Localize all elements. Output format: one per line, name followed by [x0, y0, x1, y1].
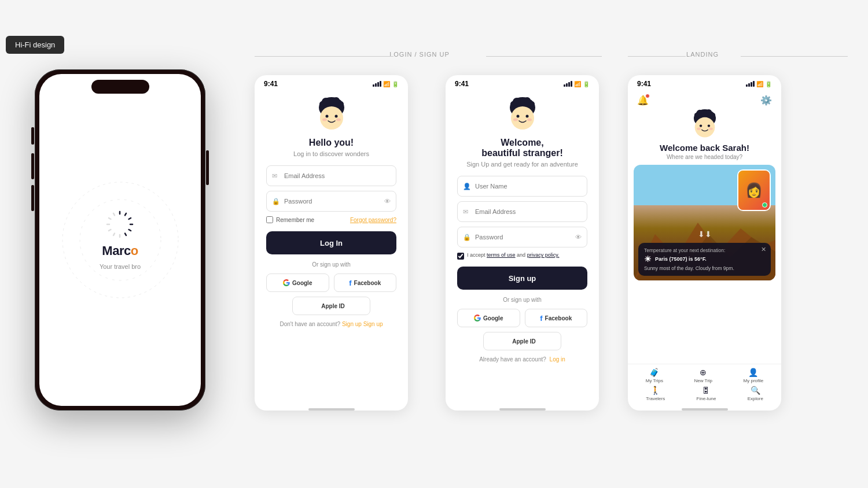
nav-new-trip[interactable]: ⊕ New Trip [694, 368, 712, 383]
terms-checkbox[interactable] [457, 253, 464, 260]
login-social-row: Google f Facebook [266, 273, 396, 292]
google-button[interactable]: Google [266, 273, 329, 292]
landing-signal-bar-3 [751, 82, 752, 87]
settings-button[interactable]: ⚙️ [760, 95, 772, 106]
signup-social-row: Google f Facebook [457, 309, 587, 327]
privacy-policy-link[interactable]: privacy policy. [527, 252, 560, 258]
fine-tune-label: Fine-tune [697, 396, 716, 401]
login-or-divider: Or sign up with [266, 261, 396, 268]
notification-dot [645, 94, 650, 98]
signup-email-input[interactable] [457, 201, 587, 222]
signup-screen: 9:41 📶 🔋 [446, 75, 599, 411]
forgot-password-link[interactable]: Forgot password? [350, 217, 396, 223]
login-button[interactable]: Log In [266, 231, 396, 254]
nav-my-profile[interactable]: 👤 My profile [744, 368, 764, 383]
svg-point-32 [513, 119, 518, 121]
phone-vol3 [31, 185, 34, 211]
login-screen: 9:41 📶 🔋 [255, 75, 408, 411]
line-landing-left [628, 56, 686, 57]
phone-mockup: Marco Your travel bro [35, 69, 205, 411]
landing-screen: 9:41 📶 🔋 🔔 ⚙️ [628, 75, 781, 411]
login-link[interactable]: Log in [550, 356, 565, 363]
apple-id-button[interactable]: Apple ID [292, 297, 370, 315]
remember-label[interactable]: Remember me [266, 216, 314, 223]
signup-bottom-link: Already have an account? Log in [457, 356, 587, 367]
signal-bar-2 [375, 83, 377, 87]
line-landing-right [741, 56, 848, 57]
signup-password-input[interactable] [457, 227, 587, 247]
nav-explore[interactable]: 🔍 Explore [748, 386, 763, 401]
trip-card[interactable]: 👩 ⬇⬇ ✕ Temperature at your next destinat… [634, 165, 775, 280]
landing-signal-bar-2 [748, 83, 750, 87]
signup-lock-icon: 🔒 [463, 234, 471, 241]
signup-apple-id-label: Apple ID [512, 338, 536, 345]
phone-vol1 [31, 127, 34, 145]
deco-circle [57, 176, 184, 304]
weather-close-btn[interactable]: ✕ [761, 246, 766, 253]
remember-checkbox[interactable] [266, 216, 273, 223]
landing-signal-bar-1 [746, 84, 748, 87]
download-arrows[interactable]: ⬇⬇ [698, 230, 712, 239]
terms-text: I accept terms of use and privacy policy… [467, 252, 560, 258]
remember-text: Remember me [276, 217, 314, 223]
signup-apple-btn-wrapper: Apple ID [457, 332, 587, 350]
signup-google-label: Google [483, 315, 503, 321]
nav-row-2: 🚶 Travelers 🎛 Fine-tune 🔍 Explore [628, 386, 781, 401]
signup-mascot-icon [505, 96, 540, 133]
fine-tune-icon: 🎛 [702, 386, 710, 395]
signup-google-button[interactable]: Google [457, 309, 520, 327]
signup-signal-bar-4 [571, 81, 572, 87]
signup-link-text[interactable]: Sign up [363, 321, 383, 327]
svg-point-39 [694, 117, 715, 138]
terms-of-use-link[interactable]: terms of use [487, 252, 516, 258]
login-home-indicator [308, 408, 355, 411]
facebook-icon: f [349, 279, 351, 287]
signup-button[interactable]: Sign up [457, 267, 587, 290]
travelers-icon: 🚶 [650, 386, 660, 395]
signup-signal-bar-1 [564, 84, 565, 87]
nav-my-trips[interactable]: 🧳 My Trips [646, 368, 663, 383]
signup-facebook-button[interactable]: f Facebook [525, 309, 588, 327]
login-status-icons: 📶 🔋 [373, 81, 399, 87]
google-icon [283, 279, 290, 286]
my-trips-icon: 🧳 [649, 368, 659, 377]
login-time: 9:41 [264, 80, 278, 88]
svg-point-13 [80, 199, 161, 280]
svg-point-38 [705, 109, 711, 115]
landing-time: 9:41 [637, 80, 651, 88]
new-trip-label: New Trip [694, 378, 712, 383]
landing-signal-bar-4 [753, 81, 755, 87]
svg-point-31 [525, 115, 528, 118]
nav-fine-tune[interactable]: 🎛 Fine-tune [697, 386, 716, 401]
nav-row-1: 🧳 My Trips ⊕ New Trip 👤 My profile [628, 368, 781, 383]
email-field-wrapper: ✉ [266, 165, 396, 186]
signup-apple-id-button[interactable]: Apple ID [483, 332, 561, 350]
signup-mascot-area [446, 90, 599, 133]
signup-home-indicator [499, 408, 546, 411]
email-icon: ✉ [272, 172, 277, 180]
svg-point-19 [320, 106, 343, 130]
signup-bottom-text: Already have an account? [479, 356, 546, 363]
facebook-button[interactable]: f Facebook [334, 273, 397, 292]
svg-point-27 [513, 98, 521, 106]
line-left [255, 56, 393, 57]
svg-point-41 [707, 124, 709, 127]
sun-icon: ☀ [644, 254, 652, 264]
signup-time: 9:41 [455, 80, 469, 88]
email-input[interactable] [266, 165, 396, 186]
username-input[interactable] [457, 176, 587, 197]
welcome-subtitle: Where are we headed today? [637, 154, 772, 160]
eye-icon[interactable]: 👁 [384, 198, 391, 205]
nav-travelers[interactable]: 🚶 Travelers [646, 386, 665, 401]
signup-facebook-label: Facebook [545, 315, 572, 321]
explore-label: Explore [748, 396, 763, 401]
avatar-card: 👩 [737, 169, 771, 211]
hifi-badge: Hi-Fi design [6, 36, 64, 54]
signal-bar-3 [377, 82, 379, 87]
password-input[interactable] [266, 191, 396, 212]
signup-link[interactable]: Sign up [342, 321, 362, 327]
signup-eye-icon[interactable]: 👁 [575, 234, 582, 241]
signup-battery-icon: 🔋 [583, 81, 590, 87]
notification-button[interactable]: 🔔 [637, 95, 649, 106]
phone-notch [91, 80, 149, 94]
